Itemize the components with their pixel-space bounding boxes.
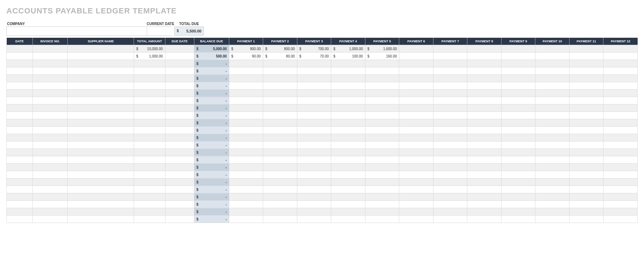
payment-cell[interactable] — [331, 149, 365, 156]
invoice-cell[interactable] — [33, 186, 68, 193]
payment-cell[interactable] — [263, 104, 297, 112]
payment-cell[interactable] — [297, 127, 331, 134]
payment-cell[interactable] — [603, 112, 638, 119]
date-cell[interactable] — [7, 193, 33, 201]
payment-cell[interactable] — [331, 97, 365, 104]
payment-cell[interactable] — [535, 208, 570, 216]
payment-cell[interactable] — [569, 164, 603, 171]
payment-cell[interactable] — [569, 104, 603, 112]
payment-cell[interactable] — [331, 201, 365, 208]
payment-cell[interactable] — [501, 127, 535, 134]
balance-due-cell[interactable]: $- — [194, 67, 229, 75]
payment-cell[interactable] — [467, 82, 502, 90]
payment-cell[interactable] — [263, 156, 297, 164]
payment-cell[interactable] — [501, 75, 535, 82]
invoice-cell[interactable] — [33, 201, 68, 208]
payment-cell[interactable] — [331, 104, 365, 112]
invoice-cell[interactable] — [33, 164, 68, 171]
payment-cell[interactable] — [331, 164, 365, 171]
payment-cell[interactable] — [501, 201, 535, 208]
payment-cell[interactable] — [297, 193, 331, 201]
payment-cell[interactable] — [399, 97, 433, 104]
supplier-cell[interactable] — [68, 53, 134, 60]
payment-cell[interactable] — [365, 164, 399, 171]
payment-cell[interactable] — [603, 149, 638, 156]
invoice-cell[interactable] — [33, 216, 68, 223]
payment-cell[interactable] — [535, 134, 570, 141]
payment-cell[interactable] — [263, 208, 297, 216]
balance-due-cell[interactable]: $- — [194, 208, 229, 216]
payment-cell[interactable] — [229, 149, 263, 156]
supplier-cell[interactable] — [68, 193, 134, 201]
date-cell[interactable] — [7, 60, 33, 67]
total-amount-cell[interactable] — [134, 186, 165, 193]
payment-cell[interactable] — [229, 156, 263, 164]
balance-due-cell[interactable]: $5,000.00 — [194, 45, 229, 53]
balance-due-cell[interactable]: $- — [194, 75, 229, 82]
payment-cell[interactable] — [365, 60, 399, 67]
payment-cell[interactable]: $160.00 — [365, 53, 399, 60]
supplier-cell[interactable] — [68, 75, 134, 82]
total-amount-cell[interactable] — [134, 134, 165, 141]
supplier-cell[interactable] — [68, 208, 134, 216]
date-cell[interactable] — [7, 171, 33, 179]
payment-cell[interactable] — [433, 127, 467, 134]
supplier-cell[interactable] — [68, 45, 134, 53]
total-amount-cell[interactable] — [134, 208, 165, 216]
payment-cell[interactable] — [467, 186, 502, 193]
payment-cell[interactable] — [467, 127, 502, 134]
payment-cell[interactable] — [467, 60, 502, 67]
payment-cell[interactable] — [433, 119, 467, 127]
invoice-cell[interactable] — [33, 45, 68, 53]
payment-cell[interactable] — [569, 179, 603, 186]
payment-cell[interactable] — [433, 82, 467, 90]
payment-cell[interactable] — [229, 134, 263, 141]
payment-cell[interactable] — [535, 179, 570, 186]
payment-cell[interactable] — [433, 75, 467, 82]
payment-cell[interactable] — [399, 60, 433, 67]
payment-cell[interactable] — [569, 127, 603, 134]
payment-cell[interactable] — [331, 112, 365, 119]
payment-cell[interactable] — [331, 119, 365, 127]
payment-cell[interactable] — [433, 186, 467, 193]
payment-cell[interactable] — [501, 208, 535, 216]
payment-cell[interactable] — [263, 67, 297, 75]
invoice-cell[interactable] — [33, 104, 68, 112]
payment-cell[interactable] — [535, 156, 570, 164]
payment-cell[interactable] — [263, 75, 297, 82]
due-date-cell[interactable] — [165, 201, 194, 208]
payment-cell[interactable] — [229, 201, 263, 208]
payment-cell[interactable] — [467, 164, 502, 171]
payment-cell[interactable] — [535, 60, 570, 67]
balance-due-cell[interactable]: $- — [194, 149, 229, 156]
payment-cell[interactable] — [229, 216, 263, 223]
payment-cell[interactable] — [603, 186, 638, 193]
payment-cell[interactable] — [467, 156, 502, 164]
payment-cell[interactable] — [331, 134, 365, 141]
payment-cell[interactable] — [263, 60, 297, 67]
payment-cell[interactable] — [297, 186, 331, 193]
payment-cell[interactable] — [433, 216, 467, 223]
total-amount-cell[interactable] — [134, 149, 165, 156]
payment-cell[interactable] — [569, 53, 603, 60]
payment-cell[interactable] — [263, 127, 297, 134]
payment-cell[interactable]: $900.00 — [229, 45, 263, 53]
payment-cell[interactable] — [297, 149, 331, 156]
payment-cell[interactable] — [535, 193, 570, 201]
supplier-cell[interactable] — [68, 156, 134, 164]
payment-cell[interactable] — [535, 97, 570, 104]
payment-cell[interactable] — [569, 75, 603, 82]
payment-cell[interactable] — [535, 67, 570, 75]
total-amount-cell[interactable] — [134, 97, 165, 104]
payment-cell[interactable] — [365, 119, 399, 127]
payment-cell[interactable] — [297, 104, 331, 112]
payment-cell[interactable] — [467, 112, 502, 119]
payment-cell[interactable] — [297, 156, 331, 164]
invoice-cell[interactable] — [33, 134, 68, 141]
payment-cell[interactable] — [229, 97, 263, 104]
supplier-cell[interactable] — [68, 179, 134, 186]
supplier-cell[interactable] — [68, 90, 134, 97]
payment-cell[interactable] — [569, 149, 603, 156]
date-cell[interactable] — [7, 119, 33, 127]
date-cell[interactable] — [7, 45, 33, 53]
